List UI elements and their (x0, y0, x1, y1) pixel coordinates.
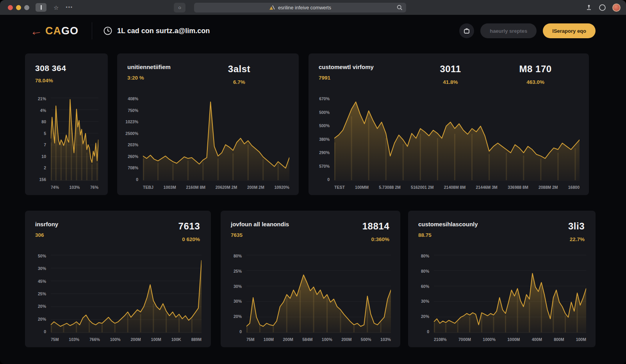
x-axis: 74%103%76% (51, 182, 98, 190)
x-tick-label: 75M (51, 337, 59, 342)
x-tick-label: 2088M 2M (539, 185, 558, 190)
y-tick-label: 4% (40, 108, 46, 113)
metric-card: jovfoun all leanondis 7635 18814 0:360% … (221, 211, 400, 347)
browser-window: ☆ ••• ○ esriline infeive comwerts (0, 0, 626, 364)
y-tick-label: 708% (128, 165, 138, 170)
y-tick-label: 290% (319, 150, 330, 155)
y-tick-label: 30% (421, 299, 429, 304)
profile-icon[interactable] (599, 4, 606, 11)
metric-change: 22.7% (568, 236, 585, 242)
zoom-window-button[interactable] (24, 5, 29, 10)
x-tick-label: 766% (89, 337, 100, 342)
line-chart (51, 254, 202, 334)
logo-text: CAGO (45, 25, 78, 37)
y-tick-label: 380% (319, 137, 330, 142)
app-logo[interactable]: ← CAGO (30, 25, 78, 37)
metric-value: 3li3 (568, 221, 585, 232)
card-title: jovfoun all leanondis (231, 221, 362, 227)
sidebar-toggle-button[interactable] (36, 3, 46, 12)
metric-card: customewtl virfomy 7991 3011 41.8% M8 17… (309, 53, 589, 195)
y-tick-label: 750% (128, 108, 138, 113)
primary-action-button[interactable]: ISerapory eqo (543, 23, 596, 38)
x-axis: 75M100M200M584M100%200M500%103% (246, 334, 391, 342)
y-tick-label: 0 (136, 177, 138, 182)
card-title: customewtl virfomy (319, 64, 408, 70)
y-axis: 80%25%30%30%20%0 (226, 254, 244, 334)
chart: 50%30%45%25%20%20%0 75M103%766%100%200M1… (30, 254, 202, 342)
x-axis: TEBJ1003M2160M 8M20620M 2M200M 2M10920% (143, 182, 289, 190)
x-tick-label: 336988 8M (508, 185, 528, 190)
x-tick-label: 7000M (458, 337, 471, 342)
y-tick-label: 30% (234, 299, 242, 304)
y-tick-label: 500% (319, 123, 330, 128)
x-tick-label: 74% (51, 185, 59, 190)
close-window-button[interactable] (8, 5, 13, 10)
y-tick-label: 5 (44, 131, 46, 136)
address-bar[interactable]: esriline infeive comwerts (194, 3, 406, 12)
metric-change: 463.0% (493, 79, 578, 85)
y-tick-label: 570% (319, 164, 330, 169)
x-tick-label: 75M (246, 337, 254, 342)
download-icon[interactable] (585, 4, 592, 11)
y-axis: 670%500%500%380%290%570%0 (314, 96, 332, 182)
x-axis: 2108%7000M1000%1000M400M800M100M (434, 334, 586, 342)
clock-icon (103, 26, 112, 36)
x-tick-label: 100M (264, 337, 274, 342)
x-tick-label: 103% (380, 337, 391, 342)
y-tick-label: 0 (427, 329, 429, 334)
metric-value: 3alst (228, 64, 250, 75)
metric-card: customesihlascounly 88.75 3li3 22.7% 80%… (408, 211, 596, 347)
y-tick-label: 20% (234, 314, 242, 319)
x-tick-label: 1003M (164, 185, 176, 190)
line-chart (434, 254, 586, 334)
card-title: customesihlascounly (418, 221, 568, 227)
y-tick-label: 500% (319, 110, 330, 115)
x-tick-label: 103% (69, 337, 79, 342)
x-tick-label: 200M (130, 337, 141, 342)
extensions-button[interactable]: ○ (174, 3, 185, 12)
metric-card: 308 364 78.04% 21%4%8057102156 74%103%76… (25, 53, 108, 195)
x-tick-label: 500% (361, 337, 371, 342)
y-tick-label: 80 (41, 119, 46, 124)
x-tick-label: 889M (191, 337, 202, 342)
x-tick-label: TEST (334, 185, 345, 190)
y-tick-label: 25% (234, 269, 242, 273)
hourly-reports-button[interactable]: haeurly sreptes (480, 23, 537, 38)
avatar[interactable] (612, 4, 621, 12)
x-tick-label: 1000M (507, 337, 520, 342)
metric-change: 78.04% (35, 78, 66, 83)
metric-value: 308 364 (35, 64, 66, 73)
x-tick-label: 200M (283, 337, 293, 342)
archive-button[interactable] (459, 23, 474, 38)
favorites-star-icon[interactable]: ☆ (54, 5, 59, 11)
minimize-window-button[interactable] (16, 5, 21, 10)
x-tick-label: 10920% (274, 185, 289, 190)
y-axis: 408%750%1023%2500%203%260%708%0 (123, 96, 141, 182)
y-tick-label: 20% (421, 314, 429, 319)
search-icon[interactable] (397, 5, 403, 11)
y-axis: 50%30%45%25%20%20%0 (30, 254, 48, 334)
x-axis: TEST100MM5.73088 2M5162001 2M21408M 8M21… (334, 182, 580, 190)
card-title: insrfony (35, 221, 178, 227)
metric-value: 18814 (362, 221, 389, 232)
x-tick-label: 76% (90, 185, 98, 190)
x-tick-label: 100K (171, 337, 181, 342)
x-tick-label: 100% (322, 337, 332, 342)
y-tick-label: 60% (421, 284, 429, 289)
y-tick-label: 80% (234, 254, 242, 258)
metric-card: insrfony 306 7613 0 620% 50%30%45%25%20%… (25, 211, 211, 347)
x-tick-label: 20620M 2M (216, 185, 237, 190)
line-chart (51, 96, 98, 182)
back-arrow-icon: ← (29, 24, 43, 38)
card-subvalue: 7635 (231, 232, 362, 238)
y-tick-label: 0 (44, 329, 46, 334)
window-controls (8, 5, 29, 10)
x-tick-label: 584M (302, 337, 312, 342)
x-tick-label: 100MM (355, 185, 369, 190)
y-tick-label: 0 (327, 177, 330, 182)
y-tick-label: 30% (38, 266, 46, 271)
tab-overflow-icon[interactable]: ••• (66, 5, 73, 10)
y-tick-label: 20% (38, 317, 46, 321)
card-subvalue: 306 (35, 232, 178, 238)
chart: 408%750%1023%2500%203%260%708%0 TEBJ1003… (123, 96, 289, 190)
